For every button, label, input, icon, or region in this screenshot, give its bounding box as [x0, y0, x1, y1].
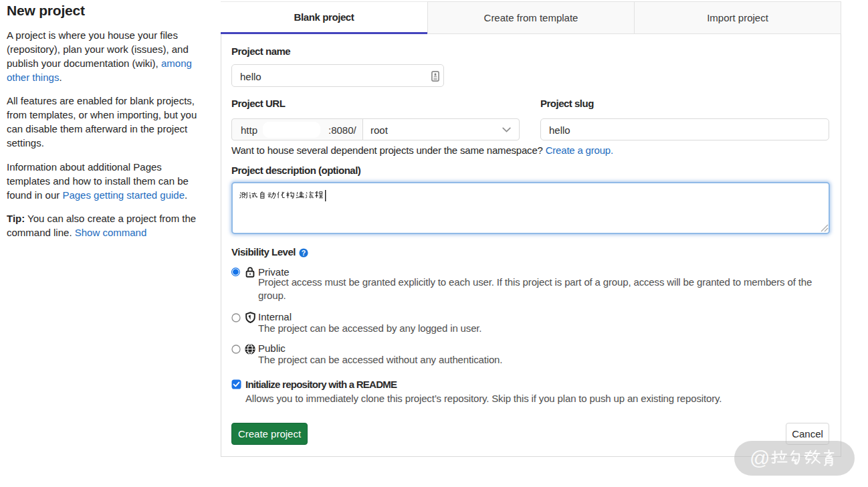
svg-text:?: ? [302, 249, 306, 257]
